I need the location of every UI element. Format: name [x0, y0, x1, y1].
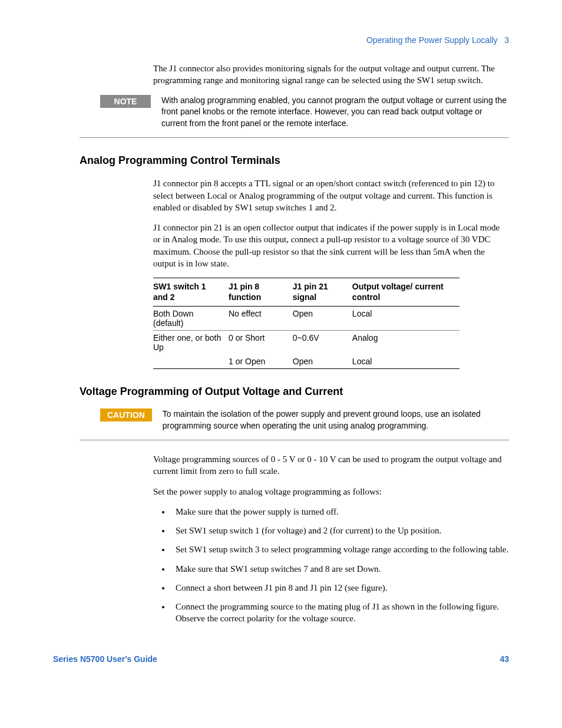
section1-p1: J1 connector pin 8 accepts a TTL signal … — [153, 177, 509, 213]
th-2: J1 pin 21 signal — [293, 278, 352, 307]
list-item: Connect a short between J1 pin 8 and J1 … — [171, 582, 509, 594]
intro-paragraph: The J1 connector also provides monitorin… — [153, 62, 509, 87]
td: No effect — [229, 307, 293, 331]
list-item: Make sure that SW1 setup switches 7 and … — [171, 563, 509, 575]
footer-page-number: 43 — [500, 654, 509, 664]
caution-badge: CAUTION — [100, 409, 152, 421]
td: Open — [293, 307, 352, 331]
td: Both Down (default) — [153, 307, 229, 331]
th-3: Output voltage/ current control — [352, 278, 459, 307]
section1-p2: J1 connector pin 21 is an open collector… — [153, 222, 509, 269]
page-container: Operating the Power Supply Locally 3 The… — [0, 0, 562, 728]
td: Local — [352, 307, 459, 331]
header-chapter: 3 — [504, 35, 509, 45]
td: 0~0.6V — [293, 331, 352, 355]
note-text: With analog programming enabled, you can… — [161, 95, 509, 130]
th-0: SW1 switch 1 and 2 — [153, 278, 229, 307]
td: Either one, or both Up — [153, 331, 229, 355]
td: Local — [352, 354, 459, 369]
list-item: Set SW1 setup switch 3 to select program… — [171, 543, 509, 555]
page-footer: Series N5700 User's Guide 43 — [53, 654, 509, 664]
header-section: Operating the Power Supply Locally — [366, 35, 498, 45]
divider — [80, 440, 509, 440]
section1-heading: Analog Programming Control Terminals — [80, 154, 509, 167]
note-block: NOTE With analog programming enabled, yo… — [100, 95, 509, 130]
table-row: 1 or Open Open Local — [153, 354, 459, 369]
list-item: Set SW1 setup switch 1 (for voltage) and… — [171, 525, 509, 536]
caution-block: CAUTION To maintain the isolation of the… — [100, 409, 509, 431]
list-item: Make sure that the power supply is turne… — [171, 506, 509, 518]
td — [153, 354, 229, 369]
caution-text: To maintain the isolation of the power s… — [163, 409, 509, 431]
table-row: Either one, or both Up 0 or Short 0~0.6V… — [153, 331, 459, 355]
section2-heading: Voltage Programming of Output Voltage an… — [80, 386, 509, 398]
list-item: Connect the programming source to the ma… — [171, 601, 509, 625]
sw1-table: SW1 switch 1 and 2 J1 pin 8 function J1 … — [153, 278, 459, 369]
th-1: J1 pin 8 function — [229, 278, 293, 307]
running-header: Operating the Power Supply Locally 3 — [53, 35, 509, 45]
section2-p1: Voltage programming sources of 0 - 5 V o… — [153, 453, 509, 477]
section2-p2: Set the power supply to analog voltage p… — [153, 486, 509, 498]
td: Analog — [352, 331, 459, 355]
table-row: Both Down (default) No effect Open Local — [153, 307, 459, 331]
note-badge: NOTE — [100, 95, 151, 108]
td: 0 or Short — [229, 331, 293, 355]
table-header-row: SW1 switch 1 and 2 J1 pin 8 function J1 … — [153, 278, 459, 307]
td: 1 or Open — [229, 354, 293, 369]
footer-left: Series N5700 User's Guide — [53, 654, 157, 664]
divider — [80, 137, 509, 138]
td: Open — [293, 354, 352, 369]
steps-list: Make sure that the power supply is turne… — [171, 506, 509, 625]
